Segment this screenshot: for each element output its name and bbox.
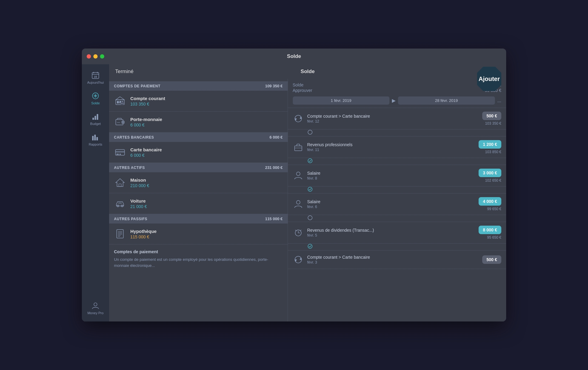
- svg-point-44: [308, 159, 312, 163]
- trans-right-t6: 500 €: [482, 255, 501, 264]
- account-amount-voiture: 21 000 €: [130, 204, 283, 209]
- trans-name-t1: Compte courant > Carte bancaire: [307, 114, 479, 119]
- trans-balance-t3: 102 650 €: [485, 178, 501, 183]
- person-icon-t3: [293, 170, 304, 181]
- account-item-hypotheque[interactable]: Hypothèque 115 000 €: [109, 224, 288, 244]
- date-arrow-icon: ▶: [392, 98, 396, 103]
- sidebar-item-solde[interactable]: Solde: [82, 88, 109, 109]
- account-item-carte-bancaire[interactable]: Carte bancaire 6 000 €: [109, 142, 288, 163]
- account-item-compte-courant[interactable]: Compte courant 103 350 €: [109, 91, 288, 112]
- description-text: Un compte de paiement est un compte empl…: [114, 257, 283, 268]
- titlebar: Solde: [82, 49, 506, 64]
- section-amount-passifs: 115 000 €: [265, 217, 283, 221]
- alarm-icon-t5: [293, 227, 304, 238]
- trans-info-t6: Compte courant > Carte bancaire févr. 3: [307, 255, 479, 264]
- close-button[interactable]: [87, 54, 91, 59]
- trans-name-t6: Compte courant > Carte bancaire: [307, 255, 479, 260]
- transaction-item-t6[interactable]: Compte courant > Carte bancaire févr. 3 …: [288, 251, 506, 269]
- termine-button[interactable]: Terminé: [115, 69, 133, 75]
- account-name-maison: Maison: [130, 177, 283, 183]
- sidebar-moneypro-label: Money Pro: [87, 311, 103, 315]
- svg-rect-31: [119, 184, 121, 187]
- trans-info-t3: Salaire févr. 8: [307, 171, 475, 180]
- section-header-passifs: AUTRES PASSIFS 115 000 €: [109, 214, 288, 224]
- transaction-item-t5[interactable]: Revenus de dividendes (Transac...) févr.…: [288, 222, 506, 244]
- svg-rect-42: [295, 146, 302, 151]
- date-start[interactable]: 1 févr. 2019: [293, 96, 390, 105]
- trans-name-t2: Revenus professionnels: [307, 142, 475, 147]
- account-amount-compte-courant: 103 350 €: [130, 102, 283, 106]
- sidebar-item-moneypro[interactable]: Money Pro: [85, 298, 106, 318]
- wallet-icon: [114, 116, 126, 128]
- description-section: Comptes de paiement Un compte de paiemen…: [109, 244, 288, 273]
- account-info-maison: Maison 210 000 €: [130, 177, 283, 188]
- description-title: Comptes de paiement: [114, 249, 283, 254]
- svg-rect-28: [115, 151, 125, 153]
- account-item-voiture[interactable]: Voiture 21 000 €: [109, 193, 288, 214]
- sidebar-item-rapports[interactable]: Rapports: [82, 129, 109, 150]
- trans-date-t4: févr. 6: [307, 205, 475, 209]
- minimize-button[interactable]: [93, 54, 98, 59]
- trans-name-t4: Salaire: [307, 199, 475, 204]
- section-name-comptes-paiement: COMPTES DE PAIEMENT: [114, 84, 160, 88]
- svg-point-52: [308, 244, 312, 248]
- trans-amount-t6: 500 €: [482, 255, 501, 264]
- sidebar-item-budget[interactable]: Budget: [82, 109, 109, 129]
- date-options[interactable]: ...: [497, 98, 501, 103]
- trans-date-t2: févr. 11: [307, 148, 475, 152]
- svg-rect-13: [92, 136, 94, 140]
- card-icon: [114, 146, 126, 158]
- svg-rect-11: [95, 116, 96, 120]
- transaction-item-t2[interactable]: Revenus professionnels févr. 11 1 200 € …: [288, 136, 506, 158]
- account-name-voiture: Voiture: [130, 198, 283, 204]
- svg-point-46: [308, 187, 312, 191]
- section-amount-actifs: 231 000 €: [265, 165, 283, 170]
- budget-icon: [91, 112, 100, 121]
- refresh-icon-t6: [293, 254, 304, 265]
- right-header: Solde 103 ... Approuver 99 850 €: [288, 79, 506, 93]
- sidebar-rapports-label: Rapports: [89, 143, 102, 146]
- trans-info-t2: Revenus professionnels févr. 11: [307, 142, 475, 152]
- date-end[interactable]: 28 févr. 2019: [398, 96, 495, 105]
- approuver-row: Approuver 99 850 €: [293, 88, 502, 93]
- transaction-item-t3[interactable]: Salaire févr. 8 3 000 € 102 650 €: [288, 165, 506, 187]
- account-amount-porte-monnaie: 6 000 €: [130, 123, 283, 127]
- calendar-icon: 15: [91, 71, 100, 79]
- briefcase-icon-t2: [293, 142, 304, 153]
- svg-rect-35: [117, 230, 123, 238]
- trans-amount-t5: 8 000 €: [479, 226, 501, 234]
- svg-point-25: [122, 122, 124, 123]
- account-info-voiture: Voiture 21 000 €: [130, 198, 283, 209]
- account-name-carte: Carte bancaire: [130, 147, 283, 152]
- trans-right-t1: 500 € 103 350 €: [482, 112, 501, 126]
- account-info-carte: Carte bancaire 6 000 €: [130, 147, 283, 158]
- account-name-compte-courant: Compte courant: [130, 96, 283, 101]
- accounts-list: COMPTES DE PAIEMENT 109 350 €: [109, 79, 288, 321]
- transactions-panel: Solde 103 ... Approuver 99 850 € 1 févr.…: [288, 79, 506, 321]
- trans-date-t5: févr. 5: [307, 233, 475, 237]
- trans-balance-t4: 99 650 €: [487, 207, 501, 211]
- svg-rect-10: [92, 118, 94, 120]
- account-item-maison[interactable]: Maison 210 000 €: [109, 172, 288, 193]
- transaction-item-t4[interactable]: Salaire févr. 6 4 000 € 99 650 €: [288, 193, 506, 215]
- section-name-passifs: AUTRES PASSIFS: [114, 217, 147, 221]
- maximize-button[interactable]: [100, 54, 104, 59]
- svg-point-48: [308, 216, 312, 220]
- date-range-row: 1 févr. 2019 ▶ 28 févr. 2019 ...: [288, 93, 506, 108]
- sidebar-item-today[interactable]: 15 Aujourd'hui: [82, 67, 109, 88]
- ajouter-button[interactable]: Ajouter: [477, 67, 501, 91]
- sidebar: 15 Aujourd'hui Solde: [82, 64, 109, 321]
- window-title: Solde: [287, 53, 301, 59]
- solde-label: Solde: [293, 82, 304, 87]
- trans-info-t4: Salaire févr. 6: [307, 199, 475, 209]
- section-amount-cartes: 6 000 €: [269, 135, 282, 140]
- account-item-porte-monnaie[interactable]: Porte-monnaie 6 000 €: [109, 112, 288, 133]
- trans-date-t6: févr. 3: [307, 260, 479, 264]
- trans-date-t1: févr. 12: [307, 119, 479, 123]
- trans-name-t5: Revenus de dividendes (Transac...): [307, 228, 475, 233]
- main-header: Terminé Solde Ajouter: [109, 64, 506, 79]
- account-amount-maison: 210 000 €: [130, 183, 283, 188]
- transaction-item-t1[interactable]: Compte courant > Carte bancaire févr. 12…: [288, 108, 506, 130]
- content-area: 15 Aujourd'hui Solde: [82, 64, 506, 321]
- house-icon: [114, 177, 126, 189]
